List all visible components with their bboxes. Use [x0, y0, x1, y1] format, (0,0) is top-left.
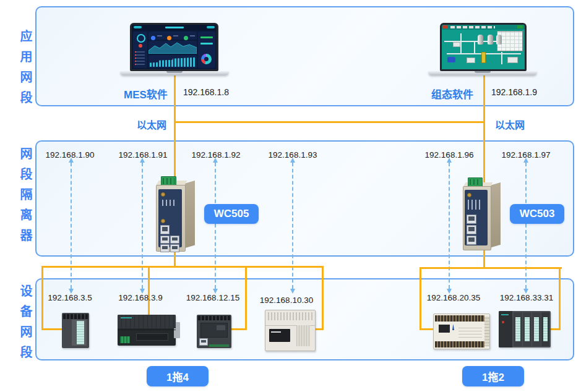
plc-device-3 — [197, 315, 231, 348]
mes-dashboard-sidebar — [133, 32, 147, 68]
device-ip-2: 192.168.3.9 — [118, 293, 162, 302]
scada-vessel — [488, 35, 493, 45]
wc505-wan-port — [160, 225, 170, 234]
wc503-model-chip: WC503 — [510, 204, 564, 224]
cable-drop-1 — [41, 266, 43, 330]
wc505-lan-port — [170, 244, 179, 252]
wan-ip-3: 192.168.1.92 — [192, 150, 241, 160]
mes-dashboard-header — [132, 25, 217, 30]
plc6-psu-module — [499, 311, 512, 347]
mes-ip-label: 192.168.1.8 — [183, 87, 229, 97]
mes-dashboard-bar-chart — [148, 55, 197, 68]
wc505-lan-port — [160, 236, 170, 244]
scada-yellow-column — [481, 52, 486, 63]
plc4-front-panel — [269, 329, 290, 342]
mes-laptop-screen — [130, 23, 218, 71]
device-ip-4: 192.168.10.30 — [260, 296, 313, 305]
mapping-link-3 — [215, 163, 216, 289]
mapping-link-6 — [525, 163, 527, 289]
cable-ethernet-horizontal — [174, 121, 485, 123]
network-topology-diagram: 应用网段 网段隔离器 设备网段 — [0, 0, 581, 392]
plc5-sticker — [439, 325, 450, 333]
mes-laptop-base — [120, 71, 229, 75]
app-segment-label: 应用网段 — [16, 30, 32, 111]
area-chart-svg — [148, 41, 197, 54]
device-ip-6: 192.168.33.31 — [500, 293, 553, 302]
cable-drop-5 — [420, 267, 421, 330]
wan-ip-6: 192.168.1.97 — [502, 150, 551, 160]
scada-laptop-screen — [440, 23, 527, 71]
cable-jog-1 — [41, 328, 64, 330]
mes-dashboard-right-panel — [198, 32, 215, 68]
wc503-terminal-block — [468, 177, 483, 187]
mapping-link-4 — [292, 163, 293, 289]
mode-chip-1-to-2: 1拖2 — [462, 366, 524, 386]
wc505-lan-port — [170, 236, 179, 244]
mapping-link-2 — [142, 163, 143, 289]
wc503-front-panel — [465, 190, 488, 245]
plc-device-5 — [433, 313, 490, 349]
wc505-model-chip: WC505 — [204, 204, 259, 224]
mes-software-label: MES软件 — [124, 86, 168, 101]
mode-chip-1-to-4: 1拖4 — [147, 366, 209, 386]
wan-ip-1: 192.168.1.90 — [46, 150, 95, 160]
cable-trunk-left — [41, 266, 324, 268]
device-ip-5: 192.168.20.35 — [427, 293, 480, 302]
mes-laptop — [120, 22, 229, 77]
plc2-terminal — [120, 336, 130, 343]
wc503-port — [467, 236, 476, 245]
mes-dashboard-kpis — [148, 32, 197, 40]
cable-trunk-right — [420, 267, 562, 269]
ethernet-label-left: 以太网 — [137, 117, 166, 132]
scada-pump — [447, 57, 455, 62]
scada-toolbar — [442, 25, 525, 30]
wc503-port — [467, 225, 476, 234]
scada-software-label: 组态软件 — [431, 86, 473, 101]
plc-device-6 — [499, 311, 551, 347]
mes-dashboard-area-chart — [148, 41, 197, 54]
cable-drop-4 — [322, 266, 324, 330]
wc505-front-panel — [158, 189, 182, 247]
scada-laptop — [428, 22, 537, 77]
wan-ip-5: 192.168.1.96 — [425, 150, 474, 160]
wc503-port — [467, 215, 476, 224]
cable-drop-6 — [559, 267, 561, 330]
wan-ip-2: 192.168.1.91 — [119, 150, 168, 160]
plc-device-4 — [265, 310, 316, 351]
ethernet-label-right: 以太网 — [495, 117, 525, 132]
device-ip-3: 192.168.12.15 — [186, 293, 239, 302]
wc505-lan-port — [160, 244, 170, 252]
plc-device-2 — [118, 315, 176, 346]
device-segment-label: 设备网段 — [16, 284, 32, 366]
scada-ip-label: 192.168.1.9 — [491, 87, 537, 97]
wan-ip-4: 192.168.1.93 — [269, 150, 317, 160]
gateway-wc503-device — [460, 175, 504, 250]
scada-vessel — [496, 35, 502, 45]
mes-dashboard-donut-chart — [201, 54, 212, 64]
mapping-link-1 — [71, 163, 72, 289]
cable-drop-3 — [245, 266, 247, 330]
device-ip-1: 192.168.3.5 — [48, 293, 92, 302]
scada-laptop-base — [428, 71, 537, 75]
gateway-wc505-device — [153, 168, 198, 256]
scada-vessel — [478, 35, 483, 45]
plc3-ethernet-port — [199, 338, 208, 346]
plc-device-1 — [62, 313, 89, 348]
mapping-link-5 — [449, 163, 450, 289]
isolator-segment-label: 网段隔离器 — [16, 147, 32, 249]
